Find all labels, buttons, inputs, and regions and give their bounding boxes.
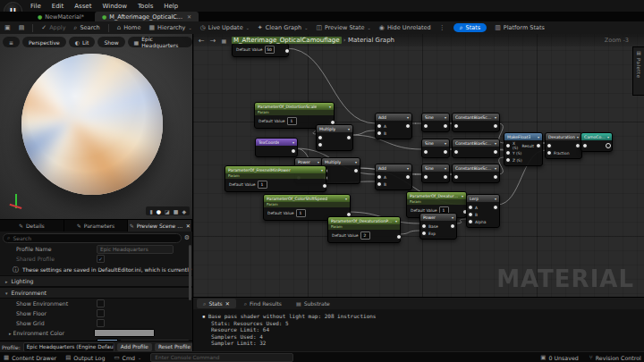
output-pin[interactable] xyxy=(353,168,359,173)
input-pin[interactable] xyxy=(547,150,552,156)
input-pin[interactable] xyxy=(582,143,588,148)
unsaved-status[interactable]: ▣0 Unsaved xyxy=(540,354,579,361)
input-pin[interactable] xyxy=(505,150,511,156)
collapse-icon[interactable]: ▾ xyxy=(452,215,453,220)
back-button[interactable]: ← xyxy=(199,37,205,45)
browse-asset-button[interactable]: ▤ xyxy=(19,24,25,31)
output-pin[interactable] xyxy=(606,143,611,148)
output-pin[interactable] xyxy=(536,143,541,148)
breadcrumb-section[interactable]: Material Graph xyxy=(348,37,394,44)
graph-node-sine-3[interactable]: Sine▾ xyxy=(421,164,450,183)
input-pin[interactable] xyxy=(505,143,511,148)
graph-node-camo-color-reroute[interactable]: CamoColor▾ xyxy=(580,132,613,152)
collapse-icon[interactable]: ▾ xyxy=(445,115,446,120)
graph-node-multiply-2[interactable]: Multiply▾ xyxy=(321,157,360,184)
apply-button[interactable]: ✓Apply xyxy=(41,24,65,31)
save-button[interactable]: ▣ xyxy=(4,24,11,31)
revision-control-button[interactable]: ⑂Revision Control⌄ xyxy=(589,354,644,361)
output-log-button[interactable]: ▤Output Log xyxy=(65,354,105,361)
platform-stats-button[interactable]: ▥Platform Stats xyxy=(495,24,545,31)
graph-node-texcoords[interactable]: TexCoords▾ xyxy=(255,138,298,157)
input-pin[interactable] xyxy=(377,123,382,129)
default-value-input[interactable]: 50 xyxy=(265,46,275,54)
output-pin[interactable] xyxy=(450,223,455,229)
lit-mode-button[interactable]: ◐Lit xyxy=(69,37,96,47)
preview-state-button[interactable]: ◫Preview State⌄ xyxy=(316,24,370,31)
output-pin[interactable] xyxy=(493,205,498,210)
material-graph-canvas[interactable]: MATERIAL Default Value50ParameterOf_Dist… xyxy=(192,34,644,351)
input-pin[interactable] xyxy=(453,174,459,180)
graph-node-desaturation[interactable]: Desaturation▾Fraction xyxy=(545,132,582,159)
default-value-input[interactable]: 1 xyxy=(258,181,267,189)
menu-tools[interactable]: Tools xyxy=(138,3,153,10)
custom-mesh-button[interactable]: ◆ xyxy=(182,208,186,215)
output-pin[interactable] xyxy=(405,123,411,129)
collapse-icon[interactable]: ▾ xyxy=(329,105,331,109)
tab-stats[interactable]: ⌕Stats✕ xyxy=(197,299,236,308)
input-pin[interactable] xyxy=(468,219,473,224)
input-pin[interactable] xyxy=(468,212,473,217)
shared-profile-checkbox[interactable]: ✓ xyxy=(97,255,105,263)
section-lighting[interactable]: ▸ Lighting xyxy=(0,275,192,287)
collapse-icon[interactable]: ▾ xyxy=(318,160,319,164)
output-pin[interactable] xyxy=(443,123,448,129)
output-pin[interactable] xyxy=(291,148,296,154)
kebab-menu-icon[interactable]: ⋮ xyxy=(439,24,445,31)
graph-node-lerp[interactable]: Lerp▾ABAlpha xyxy=(466,194,500,228)
home-button[interactable]: ⌂Home xyxy=(117,24,141,31)
tab-preview-scene[interactable]: ✎Preview Scene Settings✕ xyxy=(128,220,192,232)
close-tab-icon[interactable]: ✕ xyxy=(187,13,191,20)
collapse-icon[interactable]: ▾ xyxy=(538,135,539,139)
output-pin[interactable] xyxy=(443,174,448,180)
perspective-button[interactable]: Perspective xyxy=(22,37,66,47)
collapse-icon[interactable]: ▾ xyxy=(345,197,347,201)
graph-node-sine-1[interactable]: Sine▾ xyxy=(421,113,450,132)
preview-sphere[interactable] xyxy=(21,54,163,195)
collapse-icon[interactable]: ▾ xyxy=(445,166,446,171)
collapse-icon[interactable]: ▾ xyxy=(577,135,579,139)
tab-new-material[interactable]: ● NewMaterial* xyxy=(30,12,91,21)
input-pin[interactable] xyxy=(421,231,427,236)
add-profile-button[interactable]: Add Profile xyxy=(117,343,152,351)
collapse-icon[interactable]: ▾ xyxy=(355,160,357,164)
collapse-icon[interactable]: ▾ xyxy=(292,140,294,145)
input-pin[interactable] xyxy=(318,135,323,140)
graph-node-constant-bias-scale-1[interactable]: ConstantBiasScale▾ xyxy=(452,113,500,132)
section-environment[interactable]: ▾ Environment xyxy=(0,287,192,299)
graph-node-make-float3[interactable]: MakeFloat3▾X (S)ResultY (S)Z (S) xyxy=(504,132,543,166)
collapse-icon[interactable]: ▾ xyxy=(462,194,463,198)
profile-select[interactable]: Epic Headquarters (Engine Default)⌄ xyxy=(23,342,114,352)
tab-parameters[interactable]: ✎Parameters xyxy=(64,220,129,232)
menu-asset[interactable]: Asset xyxy=(74,3,91,10)
scene-profile-button[interactable]: ▦Epic Headquarters xyxy=(128,37,192,47)
close-tab-icon[interactable]: ✕ xyxy=(186,223,191,229)
output-pin[interactable] xyxy=(493,123,498,129)
content-drawer-button[interactable]: ▦Content Drawer xyxy=(4,354,56,361)
collapse-icon[interactable]: ▾ xyxy=(607,135,609,139)
output-pin[interactable] xyxy=(443,149,448,155)
search-input[interactable]: ⌕Search xyxy=(3,233,182,243)
input-pin[interactable] xyxy=(423,149,428,155)
input-pin[interactable] xyxy=(453,149,459,155)
input-pin[interactable] xyxy=(505,157,511,163)
input-pin[interactable] xyxy=(423,123,428,129)
graph-node-add-1[interactable]: Add▾AB xyxy=(375,113,412,139)
input-pin[interactable] xyxy=(421,223,427,229)
live-update-button[interactable]: ◷Live Update⌄ xyxy=(200,24,250,31)
output-pin[interactable] xyxy=(493,174,498,180)
output-pin[interactable] xyxy=(493,149,498,155)
input-pin[interactable] xyxy=(377,130,382,136)
collapse-icon[interactable]: ▾ xyxy=(495,166,496,171)
output-pin[interactable] xyxy=(346,135,352,140)
graph-node-sine-2[interactable]: Sine▾ xyxy=(421,139,450,158)
collapse-icon[interactable]: ▾ xyxy=(445,141,446,146)
stats-button[interactable]: ⌕Stats xyxy=(453,23,487,32)
close-tab-icon[interactable]: ✕ xyxy=(225,300,230,307)
reset-profile-button[interactable]: Reset Profile xyxy=(155,343,194,351)
show-grid-checkbox[interactable] xyxy=(97,319,105,327)
show-floor-checkbox[interactable] xyxy=(97,309,105,317)
menu-edit[interactable]: Edit xyxy=(52,3,64,10)
collapse-icon[interactable]: ▾ xyxy=(321,168,323,173)
input-pin[interactable] xyxy=(377,181,382,187)
console-command-input[interactable]: Enter Console Command xyxy=(150,353,293,362)
